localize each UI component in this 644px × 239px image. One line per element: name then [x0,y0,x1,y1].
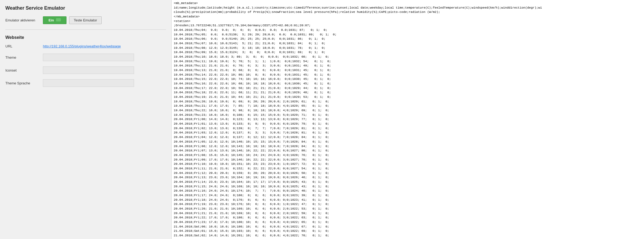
theme-sprache-input[interactable] [43,79,134,87]
theme-row: Theme [5,54,166,61]
divider [5,29,166,30]
code-panel: <mb_metadata> id;name;longitude;latitude… [172,0,644,239]
url-link[interactable]: http://192.168.0.155/plugins/weather4lox… [43,44,121,48]
emulator-row: Emulator aktivieren Ein Teste Emulator [5,16,166,24]
toggle-button[interactable]: Ein [43,16,66,24]
theme-sprache-row: Theme Sprache [5,79,166,87]
url-row: URL http://192.168.0.155/plugins/weather… [5,44,166,48]
emulator-label: Emulator aktivieren [5,18,43,22]
code-content: <mb_metadata> id;name;longitude;latitude… [172,0,644,239]
iconset-label: Iconset [5,68,43,72]
theme-sprache-label: Theme Sprache [5,81,43,85]
theme-label: Theme [5,55,43,59]
emulator-controls: Ein Teste Emulator [43,16,102,24]
url-label: URL [5,44,43,48]
main-title: Weather Service Emulator [5,5,166,11]
test-emulator-button[interactable]: Teste Emulator [69,16,102,24]
iconset-row: Iconset [5,66,166,74]
theme-input[interactable] [43,54,134,61]
iconset-input[interactable] [43,66,134,74]
left-panel: Weather Service Emulator Emulator aktivi… [0,0,172,239]
website-section-title: Webseite [5,35,166,40]
